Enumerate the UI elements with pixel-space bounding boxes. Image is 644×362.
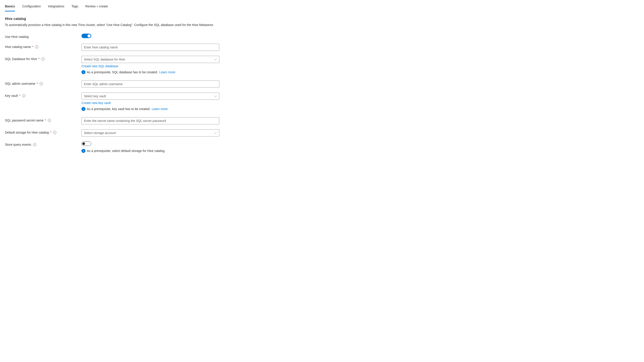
required-marker: * bbox=[19, 94, 20, 97]
use-hive-label-text: Use Hive catalog bbox=[5, 35, 29, 39]
sql-db-select[interactable]: Select SQL database for Hive bbox=[82, 56, 219, 63]
key-vault-label-text: Key vault bbox=[5, 94, 18, 97]
create-sql-db-link[interactable]: Create new SQL database bbox=[82, 64, 118, 68]
sql-admin-label-text: SQL admin username bbox=[5, 82, 35, 85]
info-badge-icon: i bbox=[82, 149, 86, 153]
chevron-down-icon bbox=[214, 95, 217, 97]
secret-name-label: SQL password secret name * i bbox=[5, 117, 82, 122]
info-icon[interactable]: i bbox=[33, 143, 36, 146]
required-marker: * bbox=[45, 119, 46, 122]
default-storage-label-text: Default storage for Hive catalog bbox=[5, 131, 49, 134]
tab-configuration[interactable]: Configuration bbox=[22, 5, 41, 12]
store-events-toggle[interactable] bbox=[82, 141, 91, 146]
tab-integrations[interactable]: Integrations bbox=[48, 5, 64, 12]
default-storage-select[interactable]: Select storage account bbox=[82, 129, 219, 136]
tab-review-create[interactable]: Review + create bbox=[85, 5, 108, 12]
kv-prereq-note: As a prerequisite, key vault has to be c… bbox=[87, 107, 150, 111]
tab-bar: Basics Configuration Integrations Tags R… bbox=[5, 5, 639, 12]
info-icon[interactable]: i bbox=[35, 45, 38, 48]
default-storage-placeholder: Select storage account bbox=[84, 131, 116, 135]
chevron-down-icon bbox=[214, 132, 217, 134]
sql-db-label: SQL Database for Hive * i bbox=[5, 56, 82, 61]
sql-admin-label: SQL admin username * i bbox=[5, 80, 82, 85]
info-badge-icon: i bbox=[82, 70, 86, 74]
sql-learn-more-link[interactable]: Learn more bbox=[159, 70, 176, 74]
key-vault-placeholder: Select key vault bbox=[84, 94, 106, 98]
info-icon[interactable]: i bbox=[22, 94, 25, 97]
sql-prereq-note: As a prerequisite, SQL database has to b… bbox=[87, 70, 158, 74]
required-marker: * bbox=[37, 82, 38, 85]
use-hive-toggle[interactable] bbox=[82, 34, 91, 38]
info-icon[interactable]: i bbox=[40, 82, 43, 85]
catalog-name-label-text: Hive catalog name bbox=[5, 45, 31, 49]
kv-learn-more-link[interactable]: Learn more bbox=[152, 107, 168, 111]
storage-prereq-note: As a prerequisite, select default storag… bbox=[87, 149, 165, 153]
required-marker: * bbox=[38, 57, 40, 61]
chevron-down-icon bbox=[214, 58, 217, 61]
info-icon[interactable]: i bbox=[42, 57, 44, 61]
secret-name-input[interactable] bbox=[82, 117, 219, 124]
store-events-label-text: Store query events bbox=[5, 143, 31, 146]
toggle-knob bbox=[82, 142, 85, 145]
section-description: To automatically provision a Hive catalo… bbox=[5, 23, 215, 27]
info-icon[interactable]: i bbox=[48, 119, 51, 122]
store-events-label: Store query events i bbox=[5, 141, 82, 146]
use-hive-label: Use Hive catalog bbox=[5, 34, 82, 39]
required-marker: * bbox=[50, 131, 51, 134]
sql-db-placeholder: Select SQL database for Hive bbox=[84, 58, 125, 61]
secret-name-label-text: SQL password secret name bbox=[5, 119, 44, 122]
catalog-name-input[interactable] bbox=[82, 44, 219, 51]
section-title: Hive catalog bbox=[5, 17, 639, 21]
catalog-name-label: Hive catalog name * i bbox=[5, 44, 82, 49]
create-key-vault-link[interactable]: Create new key vault bbox=[82, 101, 111, 105]
info-badge-icon: i bbox=[82, 107, 86, 111]
required-marker: * bbox=[32, 45, 33, 49]
tab-basics[interactable]: Basics bbox=[5, 5, 15, 12]
sql-admin-input[interactable] bbox=[82, 80, 219, 88]
default-storage-label: Default storage for Hive catalog * i bbox=[5, 129, 82, 134]
key-vault-label: Key vault * i bbox=[5, 93, 82, 97]
info-icon[interactable]: i bbox=[53, 131, 56, 134]
key-vault-select[interactable]: Select key vault bbox=[82, 93, 219, 100]
tab-tags[interactable]: Tags bbox=[72, 5, 78, 12]
toggle-knob bbox=[88, 34, 91, 38]
sql-db-label-text: SQL Database for Hive bbox=[5, 57, 37, 61]
